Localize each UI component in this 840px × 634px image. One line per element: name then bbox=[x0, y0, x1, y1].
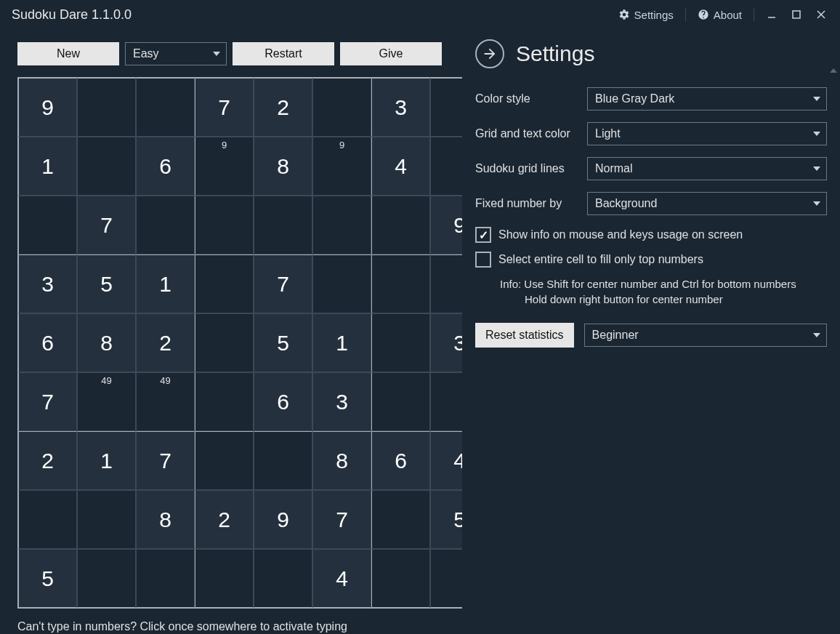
cell-3-0[interactable]: 3 bbox=[18, 254, 77, 313]
reset-statistics-button[interactable]: Reset statistics bbox=[475, 323, 574, 348]
checkbox-show-info[interactable] bbox=[475, 227, 491, 243]
row-show-info: Show info on mouse and keys usage on scr… bbox=[475, 227, 827, 243]
cell-6-5[interactable]: 8 bbox=[312, 431, 371, 490]
cell-0-4[interactable]: 2 bbox=[254, 78, 312, 137]
cell-1-5[interactable]: 9 bbox=[312, 137, 371, 196]
give-button[interactable]: Give bbox=[340, 42, 442, 65]
info-prefix: Info: bbox=[500, 278, 521, 290]
cell-4-4[interactable]: 5 bbox=[254, 313, 312, 372]
cell-4-1[interactable]: 8 bbox=[77, 313, 136, 372]
cell-0-5[interactable] bbox=[312, 78, 371, 137]
cell-5-0[interactable]: 7 bbox=[18, 372, 77, 431]
difficulty-select[interactable]: Easy bbox=[125, 42, 227, 65]
select-fixed-number[interactable]: Background bbox=[587, 192, 827, 215]
cell-7-6[interactable] bbox=[371, 490, 430, 549]
cell-6-6[interactable]: 6 bbox=[371, 431, 430, 490]
cell-6-2[interactable]: 7 bbox=[136, 431, 195, 490]
cell-1-2[interactable]: 6 bbox=[136, 137, 195, 196]
cell-4-6[interactable] bbox=[371, 313, 430, 372]
maximize-button[interactable] bbox=[786, 4, 807, 25]
select-color-style[interactable]: Blue Gray Dark bbox=[587, 87, 827, 111]
settings-title: Settings bbox=[516, 41, 594, 66]
cell-2-0[interactable] bbox=[18, 196, 77, 254]
cell-7-2[interactable]: 8 bbox=[136, 490, 195, 549]
cell-5-2[interactable]: 49 bbox=[136, 372, 195, 431]
cell-3-3[interactable] bbox=[195, 254, 254, 313]
minimize-button[interactable] bbox=[762, 4, 782, 25]
cell-5-4[interactable]: 6 bbox=[254, 372, 312, 431]
separator bbox=[754, 8, 754, 21]
cell-0-3[interactable]: 7 bbox=[195, 78, 254, 137]
cell-1-1[interactable] bbox=[77, 137, 136, 196]
cell-topnote: 9 bbox=[313, 140, 371, 151]
cell-5-5[interactable]: 3 bbox=[312, 372, 371, 431]
new-button[interactable]: New bbox=[17, 42, 119, 65]
cell-8-6[interactable] bbox=[371, 549, 430, 608]
cell-7-3[interactable]: 2 bbox=[195, 490, 254, 549]
cell-0-1[interactable] bbox=[77, 78, 136, 137]
cell-4-3[interactable] bbox=[195, 313, 254, 372]
cell-2-5[interactable] bbox=[312, 196, 371, 254]
cell-topnote: 9 bbox=[195, 140, 253, 151]
cell-0-6[interactable]: 3 bbox=[371, 78, 430, 137]
cell-8-5[interactable]: 4 bbox=[312, 549, 371, 608]
select-grid-lines[interactable]: Normal bbox=[587, 157, 827, 180]
cell-7-4[interactable]: 9 bbox=[254, 490, 312, 549]
cell-3-4[interactable]: 7 bbox=[254, 254, 312, 313]
cell-3-6[interactable] bbox=[371, 254, 430, 313]
row-fixed-number: Fixed number by Background bbox=[475, 192, 827, 215]
cell-8-2[interactable] bbox=[136, 549, 195, 608]
cell-2-1[interactable]: 7 bbox=[77, 196, 136, 254]
cell-1-6[interactable]: 4 bbox=[371, 137, 430, 196]
cell-8-3[interactable] bbox=[195, 549, 254, 608]
cell-6-4[interactable] bbox=[254, 431, 312, 490]
cell-1-4[interactable]: 8 bbox=[254, 137, 312, 196]
scroll-up-icon[interactable] bbox=[830, 68, 837, 73]
cell-6-3[interactable] bbox=[195, 431, 254, 490]
gear-icon bbox=[618, 9, 630, 20]
cell-2-3[interactable] bbox=[195, 196, 254, 254]
cell-6-1[interactable]: 1 bbox=[77, 431, 136, 490]
cell-3-2[interactable]: 1 bbox=[136, 254, 195, 313]
cell-7-1[interactable] bbox=[77, 490, 136, 549]
cell-4-5[interactable]: 1 bbox=[312, 313, 371, 372]
cell-2-4[interactable] bbox=[254, 196, 312, 254]
select-stats-level[interactable]: Beginner bbox=[584, 324, 827, 347]
cell-4-0[interactable]: 6 bbox=[18, 313, 77, 372]
value-color-style: Blue Gray Dark bbox=[595, 92, 674, 105]
cell-0-2[interactable] bbox=[136, 78, 195, 137]
cell-5-3[interactable] bbox=[195, 372, 254, 431]
row-reset-stats: Reset statistics Beginner bbox=[475, 323, 827, 348]
close-icon bbox=[816, 9, 826, 20]
close-panel-button[interactable] bbox=[475, 39, 504, 68]
cell-4-2[interactable]: 2 bbox=[136, 313, 195, 372]
cell-8-1[interactable] bbox=[77, 549, 136, 608]
info-line1: Use Shift for center number and Ctrl for… bbox=[524, 278, 796, 290]
label-fixed-number: Fixed number by bbox=[475, 197, 587, 210]
cell-6-0[interactable]: 2 bbox=[18, 431, 77, 490]
cell-3-5[interactable] bbox=[312, 254, 371, 313]
cell-3-1[interactable]: 5 bbox=[77, 254, 136, 313]
titlebar-actions: Settings About bbox=[614, 4, 831, 25]
label-grid-lines: Sudoku grid lines bbox=[475, 162, 587, 175]
checkbox-select-entire[interactable] bbox=[475, 252, 491, 268]
cell-8-4[interactable] bbox=[254, 549, 312, 608]
cell-1-0[interactable]: 1 bbox=[18, 137, 77, 196]
cell-5-6[interactable] bbox=[371, 372, 430, 431]
cell-0-0[interactable]: 9 bbox=[18, 78, 77, 137]
settings-button[interactable]: Settings bbox=[614, 6, 678, 24]
cell-7-5[interactable]: 7 bbox=[312, 490, 371, 549]
cell-5-1[interactable]: 49 bbox=[77, 372, 136, 431]
cell-2-2[interactable] bbox=[136, 196, 195, 254]
label-show-info: Show info on mouse and keys usage on scr… bbox=[498, 228, 743, 241]
restart-button[interactable]: Restart bbox=[233, 42, 334, 65]
about-button[interactable]: About bbox=[693, 6, 746, 24]
select-grid-text-color[interactable]: Light bbox=[587, 122, 827, 145]
cell-1-3[interactable]: 9 bbox=[195, 137, 254, 196]
close-button[interactable] bbox=[811, 4, 831, 25]
cell-7-0[interactable] bbox=[18, 490, 77, 549]
info-line2: Hold down right button for center number bbox=[525, 292, 723, 307]
cell-2-6[interactable] bbox=[371, 196, 430, 254]
info-block: Info: Use Shift for center number and Ct… bbox=[500, 276, 827, 307]
cell-8-0[interactable]: 5 bbox=[18, 549, 77, 608]
